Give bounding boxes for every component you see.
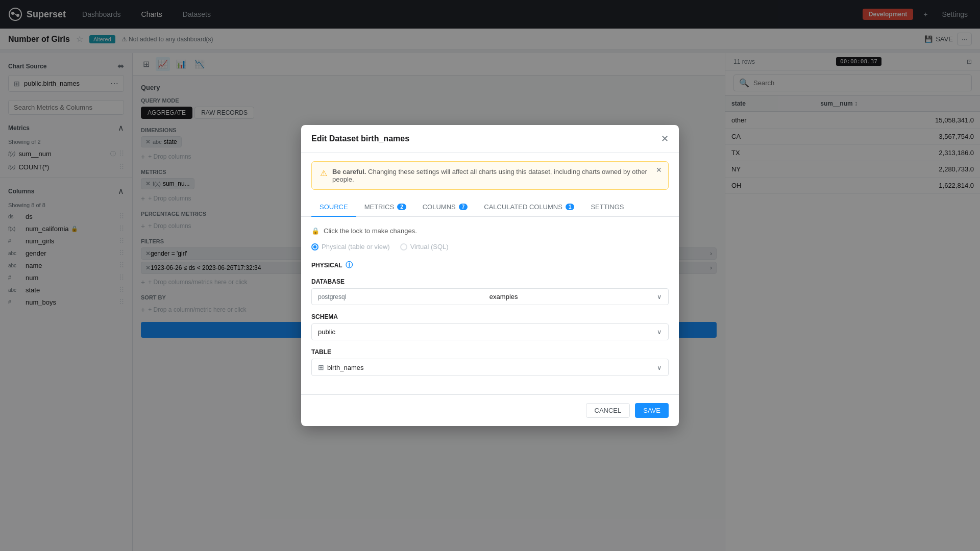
- modal-overlay[interactable]: Edit Dataset birth_names ✕ ⚠ Be careful.…: [0, 0, 980, 551]
- lock-notice: 🔒 Click the lock to make changes.: [311, 227, 669, 235]
- physical-section: PHYSICAL ⓘ DATABASE postgresql examples …: [311, 261, 669, 376]
- modal-tabs: SOURCE METRICS 2 COLUMNS 7 CALCULATED CO…: [301, 198, 679, 217]
- database-label: DATABASE: [311, 278, 669, 285]
- tab-metrics-badge: 2: [397, 204, 406, 210]
- database-group: DATABASE postgresql examples ∨: [311, 278, 669, 305]
- modal-footer: CANCEL SAVE: [301, 394, 679, 426]
- schema-value: public: [318, 328, 335, 336]
- table-label: TABLE: [311, 348, 669, 356]
- modal-close-button[interactable]: ✕: [661, 133, 669, 144]
- radio-btn-virtual: [400, 243, 407, 251]
- modal-dialog: Edit Dataset birth_names ✕ ⚠ Be careful.…: [301, 125, 679, 426]
- db-prefix: postgresql: [318, 293, 346, 300]
- table-value: birth_names: [327, 364, 657, 371]
- modal-save-button[interactable]: SAVE: [635, 403, 669, 418]
- table-select[interactable]: ⊞ birth_names ∨: [311, 359, 669, 376]
- warning-close-button[interactable]: ✕: [656, 166, 662, 174]
- database-select[interactable]: postgresql examples ∨: [311, 288, 669, 305]
- cancel-button[interactable]: CANCEL: [586, 403, 630, 418]
- modal-body: 🔒 Click the lock to make changes. Physic…: [301, 217, 679, 394]
- table-chevron-icon: ∨: [657, 364, 662, 371]
- warning-icon: ⚠: [320, 168, 327, 178]
- tab-settings[interactable]: SETTINGS: [582, 198, 632, 217]
- schema-chevron-icon: ∨: [657, 328, 662, 336]
- tab-calc-columns-badge: 1: [566, 204, 575, 210]
- tab-metrics[interactable]: METRICS 2: [356, 198, 414, 217]
- tab-calculated-columns[interactable]: CALCULATED COLUMNS 1: [476, 198, 582, 217]
- radio-group: Physical (table or view) Virtual (SQL): [311, 243, 669, 251]
- schema-select[interactable]: public ∨: [311, 323, 669, 340]
- modal-warning: ⚠ Be careful. Changing these settings wi…: [311, 161, 669, 190]
- physical-info-icon[interactable]: ⓘ: [346, 261, 353, 270]
- radio-btn-physical: [311, 243, 318, 251]
- physical-title: PHYSICAL ⓘ: [311, 261, 669, 270]
- schema-group: SCHEMA public ∨: [311, 313, 669, 340]
- tab-columns-badge: 7: [459, 204, 468, 210]
- radio-virtual[interactable]: Virtual (SQL): [400, 243, 449, 251]
- modal-header: Edit Dataset birth_names ✕: [301, 125, 679, 153]
- database-value: examples: [489, 293, 518, 300]
- modal-title: Edit Dataset birth_names: [311, 134, 409, 143]
- radio-physical[interactable]: Physical (table or view): [311, 243, 390, 251]
- table-icon-select: ⊞: [318, 363, 324, 371]
- table-group: TABLE ⊞ birth_names ∨: [311, 348, 669, 376]
- database-chevron-icon: ∨: [657, 293, 662, 300]
- tab-columns[interactable]: COLUMNS 7: [414, 198, 476, 217]
- warning-text: Be careful. Changing these settings will…: [332, 168, 660, 183]
- lock-icon[interactable]: 🔒: [311, 227, 320, 235]
- tab-source[interactable]: SOURCE: [311, 198, 356, 217]
- schema-label: SCHEMA: [311, 313, 669, 320]
